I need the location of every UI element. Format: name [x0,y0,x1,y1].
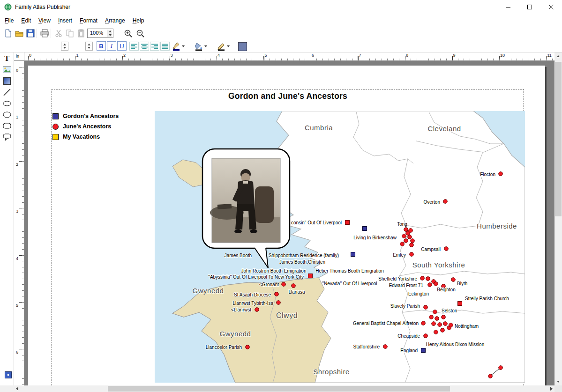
scroll-down-button[interactable] [555,378,562,385]
vertical-scrollbar[interactable] [555,52,562,385]
width-stepper[interactable] [85,42,93,51]
june-ancestor-marker [434,330,438,334]
ruler-number: 1 [16,115,18,119]
image-tool-button[interactable] [1,64,13,75]
save-button[interactable] [25,28,36,38]
line-color-pencil-icon [217,42,226,51]
new-button[interactable] [3,28,13,38]
map-tool-icon [5,371,12,378]
menu-edit[interactable]: Edit [17,15,35,26]
text-color-tool[interactable] [172,41,185,51]
text-tool-button[interactable]: T [1,53,13,64]
dropdown-arrow-icon [227,45,230,47]
legend-item-vacations[interactable]: My Vacations [52,132,119,142]
standard-toolbar: 100% [0,27,562,40]
cut-scissors-icon [54,29,63,37]
june-ancestor-marker [435,317,439,321]
underline-button[interactable]: U [117,41,127,51]
map-label: Llancoelor Parish [206,345,242,350]
map-label: <Gronant [259,282,279,287]
align-center-button[interactable] [140,42,149,51]
zoom-in-button[interactable] [123,28,133,38]
line-tool-icon [3,89,11,96]
oval-tool-icon [3,111,11,118]
menu-help[interactable]: Help [129,15,148,26]
horizontal-scroll-thumb[interactable] [108,386,450,392]
june-ancestor-marker [408,235,412,239]
rounded-rectangle-tool-button[interactable] [1,120,13,131]
close-button[interactable] [540,0,562,14]
map-tool-button[interactable] [2,370,14,380]
june-ancestor-marker [441,328,445,333]
maximize-button[interactable] [519,0,540,14]
june-ancestor-marker [499,172,503,176]
page-title[interactable]: Gordon and June's Ancestors [52,91,524,101]
june-event-marker [458,302,462,306]
zoom-out-button[interactable] [135,28,145,38]
zoom-level-combo[interactable]: 100% [87,29,113,38]
map-legend[interactable]: Gordon's Ancestors June's Ancestors My V… [52,111,119,142]
color-swatch-button[interactable] [238,42,247,51]
paste-button[interactable] [76,28,86,38]
june-ancestor-marker [428,283,432,287]
menu-file[interactable]: File [1,15,17,26]
size-stepper[interactable] [61,42,68,51]
map-label: Eckington [408,291,429,296]
legend-item-june[interactable]: June's Ancestors [52,121,119,132]
map-label: consin" Out Of Liverpool [291,220,342,225]
june-ancestor-marker [402,234,406,238]
map-label: England [400,348,418,353]
region-label: Cumbria [305,124,333,132]
dropdown-arrow-icon [204,45,207,47]
align-left-icon [131,44,137,49]
scroll-left-button[interactable] [14,385,21,392]
map-label: General Baptist Chapel Alfreton [353,321,419,326]
map-label: Beighton [437,287,455,292]
june-ancestor-marker [434,282,438,286]
line-tool-button[interactable] [1,87,13,97]
callout-tool-button[interactable] [1,132,13,142]
legend-item-gordon[interactable]: Gordon's Ancestors [52,111,119,121]
bold-button[interactable]: B [97,41,106,51]
scroll-right-button[interactable] [548,385,555,392]
document-page[interactable]: Gordon and June's Ancestors Gordon's Anc… [28,66,545,385]
june-ancestor-marker [429,315,434,319]
align-right-button[interactable] [150,42,159,51]
june-ancestor-marker [255,308,259,312]
june-ancestor-marker [442,315,446,319]
gordon-square-marker [52,113,59,119]
print-button[interactable] [39,28,50,38]
ruler-number: 4 [16,256,18,261]
zoom-spinner[interactable] [107,30,112,37]
menu-view[interactable]: View [35,15,54,26]
vertical-scroll-thumb[interactable] [555,62,562,216]
scroll-up-button[interactable] [555,52,562,60]
horizontal-scrollbar[interactable] [14,385,555,392]
fill-style-tool-button[interactable] [1,75,13,86]
window-controls [497,0,562,14]
copy-button[interactable] [65,28,75,38]
minimize-button[interactable] [497,0,519,14]
open-button[interactable] [14,28,24,38]
legend-label: June's Ancestors [63,123,111,130]
map-label: Blyth [457,281,467,286]
menu-insert[interactable]: Insert [54,15,76,26]
cut-button[interactable] [53,28,64,38]
fill-color-tool[interactable] [194,41,207,51]
open-folder-icon [15,29,24,38]
map-label: James Booth [225,253,252,258]
june-ancestor-marker [426,277,430,281]
region-label: Shropshire [313,368,350,376]
map-label: Tong [397,222,407,227]
menu-arrange[interactable]: Arrange [101,15,129,26]
oval-tool-button[interactable] [1,109,13,120]
line-color-tool[interactable] [217,41,230,51]
italic-button[interactable]: I [107,41,116,51]
menu-format[interactable]: Format [76,15,101,26]
ellipse-tool-button[interactable] [1,98,13,109]
june-ancestor-marker [420,276,425,281]
align-justify-button[interactable] [160,42,170,51]
align-left-button[interactable] [129,42,139,51]
map-label: Edward Frost 71 [389,283,424,288]
ancestor-map[interactable]: FloctonOvertonTongconsin" Out Of Liverpo… [155,111,525,383]
